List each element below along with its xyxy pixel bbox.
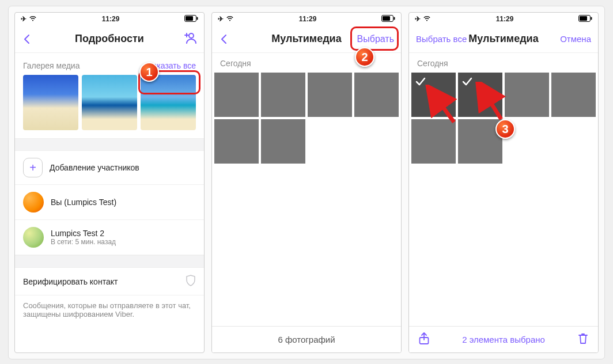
- svg-rect-1: [196, 17, 198, 20]
- add-members-row[interactable]: + Добавление участников: [15, 151, 204, 185]
- status-time: 11:29: [299, 15, 317, 23]
- svg-rect-5: [393, 17, 395, 20]
- date-label: Сегодня: [417, 59, 448, 68]
- screen-multimedia: ✈︎ 11:29 Мультимедиа Выбрать Сегодня: [211, 12, 402, 353]
- member-status: В сети: 5 мин. назад: [51, 238, 116, 246]
- media-tile[interactable]: [458, 119, 502, 164]
- wifi-icon: [29, 15, 37, 23]
- media-tile-selected[interactable]: [411, 73, 456, 117]
- battery-icon: [578, 15, 592, 24]
- encryption-note: Сообщения, которые вы отправляете в этот…: [15, 295, 204, 329]
- back-button[interactable]: [219, 33, 248, 45]
- section-divider: [15, 138, 204, 151]
- status-bar: ✈︎ 11:29: [212, 13, 401, 25]
- verify-contact-row[interactable]: Верифицировать контакт: [15, 268, 204, 295]
- media-thumb[interactable]: [23, 75, 78, 130]
- member-name: Lumpics Test 2: [51, 229, 116, 238]
- avatar: [23, 192, 44, 213]
- media-tile-selected[interactable]: [458, 73, 502, 117]
- back-button[interactable]: [22, 33, 51, 45]
- add-members-label: Добавление участников: [50, 163, 139, 172]
- selection-footer: 2 элемента выбрано: [409, 326, 598, 352]
- selection-count: 2 элемента выбрано: [462, 335, 545, 344]
- nav-bar: Подробности: [15, 25, 204, 53]
- select-all-button[interactable]: Выбрать все: [416, 34, 467, 44]
- airplane-icon: ✈︎: [415, 15, 421, 23]
- shield-icon: [186, 275, 196, 288]
- media-tile[interactable]: [354, 73, 399, 117]
- media-tile[interactable]: [261, 119, 305, 164]
- section-divider: [15, 255, 204, 268]
- status-bar: ✈︎ 11:29: [409, 13, 598, 25]
- svg-point-3: [189, 33, 194, 38]
- media-tile[interactable]: [214, 119, 259, 164]
- plus-icon: +: [23, 158, 43, 177]
- avatar: [23, 227, 44, 248]
- svg-rect-2: [186, 16, 193, 21]
- media-tile[interactable]: [261, 73, 305, 117]
- wifi-icon: [423, 15, 431, 23]
- member-self-label: Вы (Lumpics Test): [51, 198, 116, 207]
- media-grid: [212, 73, 401, 166]
- screen-multimedia-select: ✈︎ 11:29 Выбрать все Мультимедиа Отмена …: [408, 12, 599, 353]
- member-row[interactable]: Lumpics Test 2 В сети: 5 мин. назад: [15, 220, 204, 255]
- date-label: Сегодня: [220, 59, 251, 68]
- media-gallery-header: Галерея медиа Показать все: [15, 53, 204, 75]
- media-grid: [409, 73, 598, 166]
- select-button[interactable]: Выбрать: [357, 34, 394, 44]
- airplane-icon: ✈︎: [21, 15, 27, 23]
- page-title: Мультимедиа: [468, 33, 538, 45]
- trash-button[interactable]: [577, 332, 589, 347]
- nav-bar: Выбрать все Мультимедиа Отмена: [409, 25, 598, 53]
- show-all-link[interactable]: Показать все: [147, 61, 196, 70]
- svg-rect-6: [383, 16, 390, 21]
- member-row-self[interactable]: Вы (Lumpics Test): [15, 185, 204, 220]
- add-contact-button[interactable]: [168, 32, 197, 47]
- date-section-header: Сегодня: [212, 53, 401, 73]
- media-tile[interactable]: [308, 73, 352, 117]
- wifi-icon: [226, 15, 234, 23]
- svg-rect-8: [591, 17, 592, 20]
- media-tile[interactable]: [551, 73, 596, 117]
- page-title: Подробности: [75, 33, 144, 45]
- date-section-header: Сегодня: [409, 53, 598, 73]
- share-button[interactable]: [418, 332, 430, 347]
- battery-icon: [184, 15, 198, 24]
- page-title: Мультимедиа: [271, 33, 341, 45]
- svg-rect-9: [580, 16, 587, 21]
- checkmark-icon: [415, 76, 426, 88]
- media-tile[interactable]: [411, 119, 456, 164]
- status-time: 11:29: [496, 15, 514, 23]
- footer-count: 6 фотографий: [212, 326, 401, 352]
- media-gallery-label: Галерея медиа: [23, 61, 80, 70]
- media-thumb[interactable]: [82, 75, 137, 130]
- airplane-icon: ✈︎: [218, 15, 224, 23]
- media-tile[interactable]: [214, 73, 259, 117]
- checkmark-icon: [461, 76, 473, 88]
- status-time: 11:29: [102, 15, 120, 23]
- nav-bar: Мультимедиа Выбрать: [212, 25, 401, 53]
- media-tile[interactable]: [505, 73, 549, 117]
- status-bar: ✈︎ 11:29: [15, 13, 204, 25]
- verify-label: Верифицировать контакт: [23, 277, 118, 286]
- battery-icon: [381, 15, 395, 24]
- media-thumb[interactable]: [141, 75, 196, 130]
- media-thumbs-row: [15, 75, 204, 138]
- screen-details: ✈︎ 11:29 Подробности Галерея медиа: [14, 12, 205, 353]
- cancel-button[interactable]: Отмена: [560, 34, 591, 44]
